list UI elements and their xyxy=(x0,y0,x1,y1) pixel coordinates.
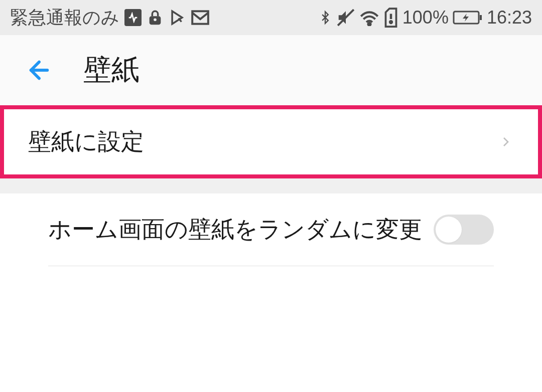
lock-icon xyxy=(147,9,164,26)
blank-area xyxy=(0,266,542,392)
chevron-right-icon xyxy=(498,130,514,154)
clock-text: 16:23 xyxy=(487,7,532,28)
random-wallpaper-row[interactable]: ホーム画面の壁紙をランダムに変更 xyxy=(48,193,494,266)
random-wallpaper-label: ホーム画面の壁紙をランダムに変更 xyxy=(48,214,422,245)
play-store-icon xyxy=(169,9,186,26)
svg-point-4 xyxy=(368,23,370,26)
svg-rect-2 xyxy=(192,11,208,24)
wifi-icon xyxy=(359,9,379,26)
sim-alert-icon xyxy=(383,8,398,28)
bluetooth-icon xyxy=(318,8,332,28)
mail-icon xyxy=(191,9,210,26)
set-wallpaper-section: 壁紙に設定 xyxy=(0,105,542,178)
set-wallpaper-row[interactable]: 壁紙に設定 xyxy=(4,109,538,174)
svg-point-1 xyxy=(154,18,157,21)
status-left: 緊急通報のみ xyxy=(10,6,210,30)
network-status-text: 緊急通報のみ xyxy=(10,6,119,30)
back-button[interactable] xyxy=(25,56,53,84)
mute-icon xyxy=(336,8,355,27)
status-bar: 緊急通報のみ 100% 16:23 xyxy=(0,0,542,35)
svg-point-6 xyxy=(390,21,392,24)
svg-rect-8 xyxy=(480,15,482,20)
set-wallpaper-label: 壁紙に設定 xyxy=(28,126,144,157)
header: 壁紙 xyxy=(0,35,542,105)
random-wallpaper-toggle[interactable] xyxy=(434,215,494,245)
battery-percent-text: 100% xyxy=(402,7,449,28)
activity-icon xyxy=(124,9,142,26)
toggle-knob xyxy=(436,217,462,243)
random-wallpaper-section: ホーム画面の壁紙をランダムに変更 xyxy=(0,193,542,266)
page-title: 壁紙 xyxy=(83,51,140,89)
status-right: 100% 16:23 xyxy=(318,7,532,28)
battery-icon xyxy=(453,10,483,26)
section-divider xyxy=(0,178,542,193)
